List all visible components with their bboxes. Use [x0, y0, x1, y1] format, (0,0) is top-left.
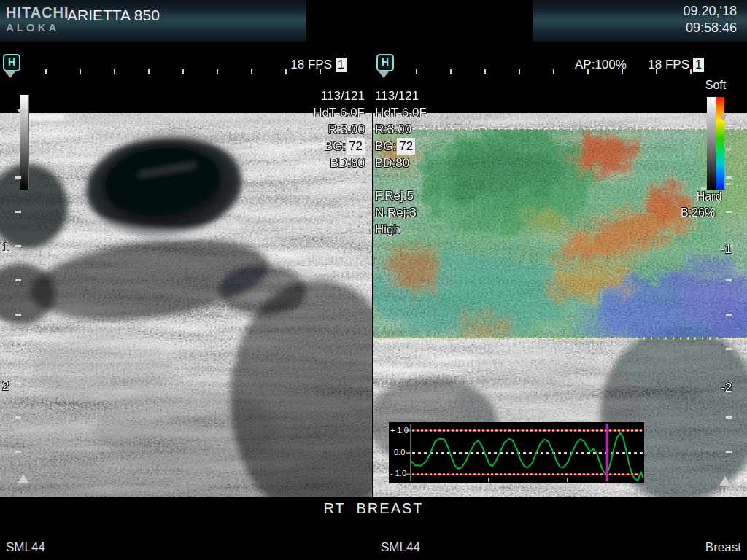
scale-b-percent: B:26%	[681, 206, 715, 219]
graph-y-label-top: + 1.0	[390, 427, 409, 435]
noise-reject: N.Rej:3	[375, 204, 417, 221]
colorbar-rainbow-half	[716, 97, 724, 190]
fps-label: 18 FPS	[281, 56, 332, 73]
right-image-params: 113/121 HdT-6.0F R:3.00 BG:72 BD:80	[375, 88, 427, 171]
probe-orientation-icon: H	[3, 54, 20, 71]
top-bar: HITACHI ALOKA ARIETTA 850 09.20,'18 09:5…	[0, 0, 747, 42]
acoustic-power: AP:100%	[575, 56, 627, 73]
colorbar-tick	[701, 187, 706, 190]
colorbar-grayscale-half	[707, 97, 716, 190]
probe-orientation-icon: H	[376, 54, 394, 71]
probe-marker-triangle	[4, 71, 16, 78]
frame-counter: 113/121	[375, 88, 427, 104]
exam-date: 09.20,'18	[683, 4, 737, 19]
brand-logo-hitachi: HITACHI	[6, 4, 69, 21]
bmode-gain-value: 72	[397, 138, 415, 155]
frame-reject: F.Rej:5	[375, 187, 417, 204]
brand-logo-aloka: ALOKA	[6, 21, 59, 34]
elasto-params: F.Rej:5 N.Rej:3 High	[375, 187, 417, 238]
elasto-roi	[374, 122, 747, 350]
bmode-gain-row: BG:72	[277, 138, 365, 155]
graph-y-label-bottom: - 1.0	[390, 470, 406, 478]
depth-label: -2	[721, 379, 732, 396]
exam-preset: Breast	[705, 540, 741, 555]
probe-model: HdT-6.0F	[277, 104, 365, 121]
scale-soft-label: Soft	[698, 79, 733, 92]
depth-scale-ruler	[726, 176, 732, 457]
transducer-name-center: SML44	[381, 540, 420, 555]
colorbar-marker-icon	[719, 114, 727, 120]
left-image-params: 113/121 HdT-6.0F R:3.00 BG:72 BD:80	[277, 88, 365, 171]
elasticity-colorbar	[707, 97, 724, 190]
depth-label: 1	[2, 239, 9, 256]
strain-graph-plot	[389, 422, 644, 483]
range-value: R:3.00	[277, 121, 365, 138]
depth-label: -1	[721, 241, 732, 257]
system-model: ARIETTA 850	[67, 7, 160, 24]
gain-marker-icon	[17, 109, 28, 117]
ultrasound-screen: HITACHI ALOKA ARIETTA 850 09.20,'18 09:5…	[0, 0, 747, 560]
probe-model: HdT-6.0F	[375, 104, 427, 121]
fps-value-badge: 1	[336, 58, 347, 72]
frame-counter: 113/121	[277, 88, 365, 104]
focus-marker-icon	[719, 476, 731, 486]
exam-time: 09:58:46	[686, 20, 737, 36]
graph-y-label-mid: 0.0	[394, 448, 405, 456]
fps-value-badge: 1	[693, 58, 704, 72]
bmode-gain-row: BG:72	[375, 138, 427, 155]
strain-waveform-graph: + 1.0 0.0 - 1.0	[389, 422, 644, 483]
range-value: R:3.00	[375, 121, 427, 138]
scale-hard-label: Hard	[693, 190, 725, 203]
colorbar-tick	[726, 183, 731, 185]
smoothing-level: High	[375, 221, 417, 238]
probe-marker-triangle	[378, 71, 390, 78]
depth-label: 2	[2, 378, 9, 394]
colorbar-tick	[726, 148, 731, 150]
transducer-name-left: SML44	[6, 540, 45, 555]
bmode-dynamic-range: BD:80	[277, 155, 365, 171]
focus-marker-icon	[18, 474, 29, 483]
depth-scale-ruler	[15, 176, 21, 457]
annotation-text: RT BREAST	[0, 500, 747, 517]
bmode-gain-value: 72	[347, 138, 365, 155]
fps-label: 18 FPS	[638, 56, 689, 73]
bmode-dynamic-range: BD:80	[375, 155, 427, 171]
